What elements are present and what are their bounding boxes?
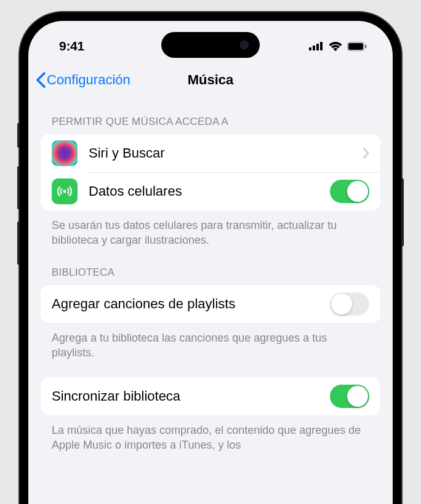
settings-content[interactable]: Permitir que Música acceda a Siri y Busc…	[28, 97, 393, 453]
svg-rect-2	[316, 44, 319, 50]
dynamic-island	[161, 32, 260, 58]
row-cellular-data: Datos celulares	[41, 172, 380, 210]
svg-rect-5	[348, 43, 363, 50]
volume-down-button	[17, 222, 20, 265]
screen: 9:41 Configuración Música Permitir que M…	[28, 21, 393, 504]
row-add-playlist-songs: Agregar canciones de playlists	[41, 285, 380, 323]
group-sync-library: Sincronizar biblioteca	[41, 377, 380, 415]
volume-up-button	[17, 166, 20, 209]
battery-icon	[347, 42, 367, 51]
row-siri-search[interactable]: Siri y Buscar	[41, 134, 380, 172]
add-playlist-label: Agregar canciones de playlists	[52, 296, 330, 312]
nav-bar: Configuración Música	[28, 63, 393, 97]
phone-frame: 9:41 Configuración Música Permitir que M…	[20, 12, 401, 504]
section-header-access: Permitir que Música acceda a	[41, 97, 380, 134]
group-access: Siri y Buscar Datos celulares	[41, 134, 380, 210]
antenna-icon	[52, 178, 78, 204]
front-camera-icon	[240, 41, 249, 49]
cellular-label: Datos celulares	[89, 183, 330, 199]
svg-point-7	[63, 190, 66, 193]
silent-switch	[17, 123, 20, 148]
chevron-left-icon	[36, 72, 46, 88]
svg-rect-6	[365, 44, 367, 48]
section-footer-sync: La música que hayas comprado, el conteni…	[41, 415, 380, 453]
page-title: Música	[188, 72, 234, 88]
status-time: 9:41	[59, 39, 84, 54]
section-header-library: Biblioteca	[41, 248, 380, 285]
svg-rect-3	[320, 42, 323, 50]
power-button	[401, 178, 404, 246]
siri-label: Siri y Buscar	[89, 145, 363, 161]
chevron-right-icon	[363, 148, 369, 159]
cellular-signal-icon	[309, 42, 324, 50]
cellular-toggle[interactable]	[330, 180, 369, 203]
sync-toggle[interactable]	[330, 385, 369, 408]
status-icons	[309, 41, 367, 51]
row-sync-library: Sincronizar biblioteca	[41, 377, 380, 415]
wifi-icon	[329, 41, 342, 51]
back-label: Configuración	[47, 72, 130, 88]
siri-icon	[52, 140, 78, 166]
group-add-playlist: Agregar canciones de playlists	[41, 285, 380, 323]
section-footer-add-playlist: Agrega a tu biblioteca las canciones que…	[41, 323, 380, 361]
section-footer-access: Se usarán tus datos celulares para trans…	[41, 210, 380, 248]
sync-label: Sincronizar biblioteca	[52, 388, 330, 404]
add-playlist-toggle[interactable]	[330, 292, 369, 316]
back-button[interactable]: Configuración	[36, 72, 130, 88]
svg-rect-0	[309, 47, 311, 50]
svg-rect-1	[313, 46, 315, 50]
